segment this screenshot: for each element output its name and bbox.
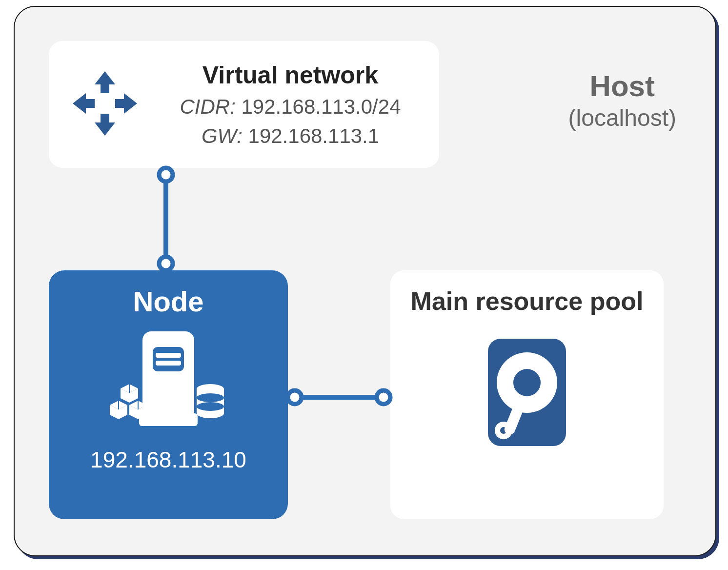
svg-rect-9 [153,347,184,371]
host-title: Host [568,70,676,102]
connector-vnet-node [151,168,181,270]
resource-pool-title: Main resource pool [410,287,644,316]
virtual-network-card: Virtual network CIDR: 192.168.113.0/24 G… [49,41,439,168]
svg-point-16 [197,402,224,411]
svg-marker-0 [95,71,115,84]
svg-marker-2 [95,122,115,136]
svg-rect-1 [101,83,109,93]
node-title: Node [59,285,278,318]
svg-point-36 [159,168,173,182]
server-icon [59,326,278,436]
svg-rect-3 [101,114,109,124]
diagram-stage: Host (localhost) [0,0,728,570]
virtual-network-gw: GW: 192.168.113.1 [156,124,425,148]
host-panel: Host (localhost) [14,6,716,556]
svg-rect-11 [156,361,181,366]
virtual-network-cidr: CIDR: 192.168.113.0/24 [156,95,425,119]
svg-rect-7 [115,99,125,108]
resource-pool-card: Main resource pool [390,270,664,519]
svg-point-15 [197,393,224,402]
svg-rect-8 [139,413,198,426]
gw-value: 192.168.113.1 [248,124,380,147]
cidr-value: 192.168.113.0/24 [242,95,401,118]
disk-icon [410,334,644,453]
virtual-network-title: Virtual network [156,61,425,89]
svg-point-37 [159,257,173,270]
virtual-network-text: Virtual network CIDR: 192.168.113.0/24 G… [156,61,425,148]
node-card: Node [49,270,288,519]
gw-label: GW: [202,124,243,147]
svg-point-39 [288,390,302,404]
connector-node-pool [288,383,390,412]
svg-point-31 [513,369,541,396]
svg-rect-5 [84,99,95,108]
node-ip: 192.168.113.10 [59,447,278,473]
svg-rect-10 [156,353,181,358]
svg-marker-6 [124,93,137,114]
svg-point-40 [377,390,390,404]
network-arrows-icon [68,67,142,142]
host-subtitle: (localhost) [568,104,676,131]
svg-marker-4 [73,93,86,114]
cidr-label: CIDR: [180,95,236,118]
host-label: Host (localhost) [568,70,676,131]
